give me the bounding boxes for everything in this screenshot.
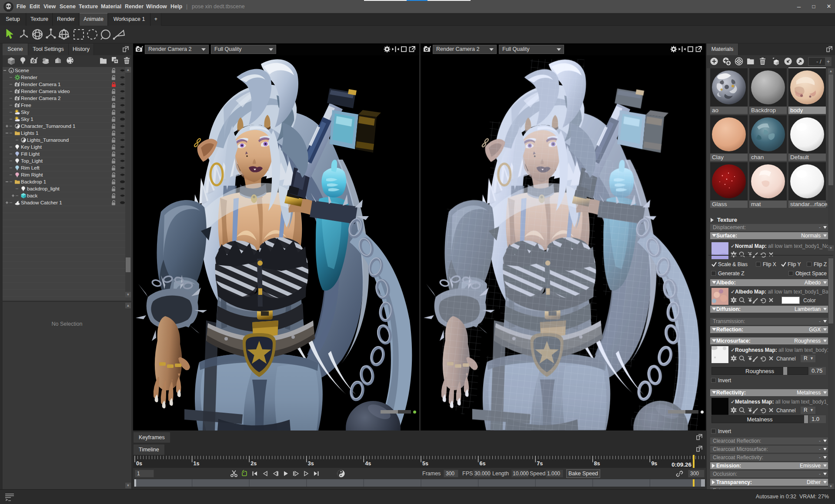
svg-text:3s: 3s (308, 461, 314, 467)
svg-text:5s: 5s (422, 461, 428, 467)
svg-text:0:09.26: 0:09.26 (671, 461, 691, 468)
svg-text:7s: 7s (537, 461, 543, 467)
svg-text:2s: 2s (250, 461, 257, 467)
svg-text:6s: 6s (480, 461, 486, 467)
svg-text:0s: 0s (136, 461, 142, 467)
svg-text:8s: 8s (594, 461, 600, 467)
svg-text:4s: 4s (365, 461, 371, 467)
svg-text:9s: 9s (651, 461, 657, 467)
svg-text:1s: 1s (194, 461, 200, 467)
